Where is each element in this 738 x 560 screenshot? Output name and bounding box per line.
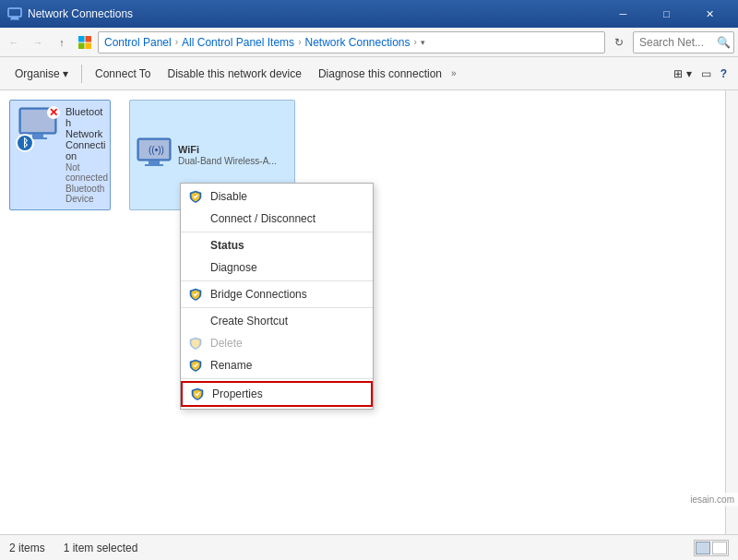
svg-rect-5 <box>78 42 85 49</box>
view-toggle[interactable] <box>694 540 729 556</box>
more-button[interactable]: » <box>451 68 457 78</box>
svg-text:((•)): ((•)) <box>149 145 164 155</box>
title-bar-title: Network Connections <box>28 7 602 20</box>
search-icon: 🔍 <box>717 36 731 49</box>
shield-icon-properties <box>190 387 205 401</box>
watermark: iesain.com <box>686 493 738 506</box>
up-button[interactable]: ↑ <box>52 32 72 53</box>
svg-rect-3 <box>78 36 85 42</box>
ctx-disable[interactable]: Disable <box>181 185 373 208</box>
scrollbar[interactable] <box>725 90 738 534</box>
search-box[interactable]: 🔍 <box>633 31 734 54</box>
ctx-connect[interactable]: Connect / Disconnect <box>181 208 373 230</box>
title-bar: Network Connections ─ □ ✕ <box>0 0 738 28</box>
status-bar: 2 items 1 item selected <box>0 534 738 560</box>
path-control-panel[interactable]: Control Panel <box>104 36 172 49</box>
ctx-status-label: Status <box>210 239 244 252</box>
svg-rect-9 <box>32 134 43 137</box>
path-chevron: ▾ <box>421 38 425 47</box>
svg-rect-2 <box>10 19 19 20</box>
ctx-sep-0 <box>181 232 373 232</box>
bluetooth-icon-container: ᛒ ✕ <box>16 106 60 154</box>
wifi-network-label: Dual-Band Wireless-A... <box>178 156 277 166</box>
ctx-bridge[interactable]: Bridge Connections <box>181 283 373 305</box>
selected-count: 1 item selected <box>64 542 138 554</box>
ctx-delete: Delete <box>181 332 373 354</box>
path-network-connections[interactable]: Network Connections <box>304 36 410 49</box>
ctx-diagnose[interactable]: Diagnose <box>181 256 373 279</box>
title-bar-controls: ─ □ ✕ <box>602 0 731 28</box>
refresh-button[interactable]: ↻ <box>609 32 629 53</box>
pane-button[interactable]: ▭ <box>697 61 715 87</box>
address-path[interactable]: Control Panel › All Control Panel Items … <box>98 31 605 54</box>
wifi-network-labels: WiFi Dual-Band Wireless-A... <box>178 144 277 166</box>
ctx-properties-label: Properties <box>212 387 263 400</box>
wifi-network-name: WiFi <box>178 144 277 155</box>
svg-rect-4 <box>86 36 92 42</box>
title-bar-icon <box>7 6 22 21</box>
ctx-sep-2 <box>181 307 373 308</box>
path-all-items[interactable]: All Control Panel Items <box>182 36 294 49</box>
windows-icon <box>76 33 94 52</box>
svg-rect-14 <box>149 161 160 164</box>
toolbar: Organise ▾ Connect To Disable this netwo… <box>0 57 738 90</box>
bluetooth-network-name: Bluetooth Network Connection <box>65 106 108 161</box>
disable-button[interactable]: Disable this network device <box>161 61 309 87</box>
bluetooth-network-item[interactable]: ᛒ ✕ Bluetooth Network Connection Not con… <box>9 100 111 210</box>
help-button[interactable]: ? <box>717 61 731 87</box>
address-bar: ← → ↑ Control Panel › All Control Panel … <box>0 28 738 57</box>
svg-rect-1 <box>11 18 18 19</box>
maximize-button[interactable]: □ <box>646 0 687 28</box>
bluetooth-badge: ᛒ <box>16 134 34 152</box>
context-menu: Disable Connect / Disconnect Status Diag… <box>180 183 374 410</box>
wifi-icon-container: ((•)) <box>136 137 173 173</box>
ctx-delete-label: Delete <box>210 337 243 350</box>
ctx-bridge-label: Bridge Connections <box>210 288 307 301</box>
items-count: 2 items <box>9 542 45 554</box>
error-badge: ✕ <box>47 106 60 119</box>
ctx-sep-3 <box>181 378 373 379</box>
organise-button[interactable]: Organise ▾ <box>7 61 76 87</box>
bluetooth-network-type: Bluetooth Device <box>65 184 108 204</box>
view-list[interactable] <box>712 542 727 554</box>
ctx-properties[interactable]: Properties <box>181 381 373 407</box>
ctx-disable-label: Disable <box>210 190 247 203</box>
svg-rect-0 <box>8 8 21 17</box>
forward-button[interactable]: → <box>28 32 48 53</box>
view-large-icon[interactable] <box>696 542 710 554</box>
ctx-shortcut-label: Create Shortcut <box>210 315 288 328</box>
ctx-rename-label: Rename <box>210 359 252 372</box>
minimize-button[interactable]: ─ <box>602 0 644 28</box>
shield-icon-disable <box>188 189 203 204</box>
toolbar-separator-1 <box>81 65 82 83</box>
shield-icon-rename <box>188 358 203 373</box>
bluetooth-network-labels: Bluetooth Network Connection Not connect… <box>65 106 108 204</box>
main-content: ᛒ ✕ Bluetooth Network Connection Not con… <box>0 90 738 534</box>
connect-to-button[interactable]: Connect To <box>88 61 159 87</box>
ctx-sep-1 <box>181 280 373 281</box>
svg-rect-15 <box>145 164 163 166</box>
shield-icon-bridge <box>188 287 203 302</box>
ctx-diagnose-label: Diagnose <box>210 261 257 274</box>
content-area: ᛒ ✕ Bluetooth Network Connection Not con… <box>0 90 738 534</box>
back-button[interactable]: ← <box>4 32 24 53</box>
ctx-connect-label: Connect / Disconnect <box>210 212 315 225</box>
search-input[interactable] <box>639 36 713 49</box>
ctx-status[interactable]: Status <box>181 234 373 256</box>
diagnose-button[interactable]: Diagnose this connection <box>311 61 449 87</box>
shield-icon-delete <box>188 336 203 351</box>
bluetooth-network-status: Not connected <box>65 162 108 183</box>
svg-rect-6 <box>86 42 92 49</box>
view-button[interactable]: ⊞ ▾ <box>670 61 695 87</box>
ctx-shortcut[interactable]: Create Shortcut <box>181 310 373 332</box>
ctx-rename[interactable]: Rename <box>181 354 373 376</box>
close-button[interactable]: ✕ <box>689 0 731 28</box>
